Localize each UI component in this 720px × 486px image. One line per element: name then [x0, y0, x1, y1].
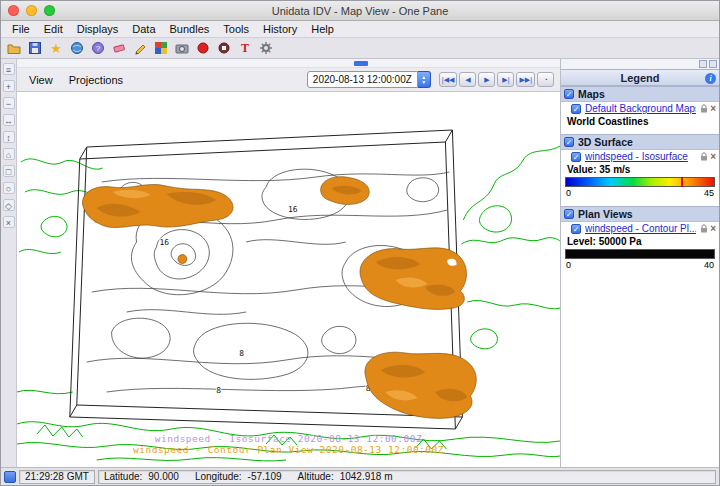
- menu-history[interactable]: History: [256, 23, 304, 35]
- step-down-icon: ▼: [421, 80, 426, 85]
- menu-projections[interactable]: Projections: [61, 74, 131, 86]
- isosurface-layer: [82, 177, 476, 419]
- time-selector[interactable]: 2020-08-13 12:00:00Z: [307, 71, 418, 88]
- menu-file[interactable]: File: [5, 23, 37, 35]
- rotate-view-icon[interactable]: ○: [3, 182, 15, 194]
- snapshot-camera-icon[interactable]: [174, 40, 190, 56]
- play-button[interactable]: ▶: [478, 72, 495, 87]
- progress-indicator: [354, 61, 368, 66]
- map-scene: 16 16 8 8 8: [17, 92, 560, 467]
- plan-views-checkbox[interactable]: ✓: [564, 209, 574, 219]
- open-bundle-icon[interactable]: [6, 40, 22, 56]
- perspective-view-icon[interactable]: ◇: [3, 199, 15, 211]
- scale-min: 0: [566, 260, 571, 270]
- contour-level-label: Level: 50000 Pa: [561, 235, 719, 248]
- preferences-gear-icon[interactable]: [258, 40, 274, 56]
- display-labels: windspeed - Isosurface 2020-08-13 12:00:…: [17, 433, 560, 455]
- toolbar: ★ ? T: [1, 38, 719, 59]
- isosurface-link[interactable]: windspeed - Isosurface: [585, 151, 688, 162]
- isosurface-colorbar[interactable]: [565, 177, 715, 187]
- view-toolbar-left: ≡ + − ↔ ↕ ⌂ □ ○ ◇ ×: [1, 59, 17, 467]
- lock-icon[interactable]: [700, 152, 708, 161]
- window-controls: [8, 5, 55, 16]
- last-frame-button[interactable]: ▶▶|: [516, 72, 535, 87]
- step-back-button[interactable]: ◀: [459, 72, 476, 87]
- legend-header: Legend i: [561, 69, 719, 86]
- zoom-window-button[interactable]: [44, 5, 55, 16]
- legend-title: Legend: [620, 72, 659, 84]
- remove-display-icon[interactable]: ×: [710, 104, 716, 114]
- dashboard-globe-icon[interactable]: [69, 40, 85, 56]
- menu-displays[interactable]: Displays: [70, 23, 126, 35]
- info-icon[interactable]: i: [705, 73, 716, 84]
- remove-display-icon[interactable]: ×: [710, 152, 716, 162]
- menu-help[interactable]: Help: [304, 23, 341, 35]
- remove-view-icon[interactable]: ×: [3, 216, 15, 228]
- text-note-icon[interactable]: T: [237, 40, 253, 56]
- step-forward-button[interactable]: ▶|: [497, 72, 514, 87]
- longitude-label: Longitude:: [195, 471, 242, 482]
- surface-checkbox[interactable]: ✓: [564, 137, 574, 147]
- float-legend-icon[interactable]: [699, 60, 707, 68]
- legend-row-contour-plan: ✓ windspeed - Contour Pl... ×: [561, 222, 719, 235]
- titlebar: Unidata IDV - Map View - One Pane: [1, 1, 719, 21]
- save-bundle-icon[interactable]: [27, 40, 43, 56]
- isosurface-scale: 0 45: [561, 188, 719, 200]
- select-tool-icon[interactable]: ≡: [3, 63, 15, 75]
- menu-bundles[interactable]: Bundles: [163, 23, 217, 35]
- pan-vertical-icon[interactable]: ↕: [3, 131, 15, 143]
- view-menu-row: View Projections 2020-08-13 12:00:00Z ▲▼…: [17, 68, 560, 92]
- home-view-icon[interactable]: ⌂: [3, 148, 15, 160]
- minimize-window-button[interactable]: [26, 5, 37, 16]
- menu-edit[interactable]: Edit: [37, 23, 70, 35]
- colorbar-value-marker: [681, 177, 683, 187]
- remove-display-icon[interactable]: ×: [710, 224, 716, 234]
- zoom-out-icon[interactable]: −: [3, 97, 15, 109]
- close-window-button[interactable]: [8, 5, 19, 16]
- latitude-value: 90.000: [148, 471, 179, 482]
- isosurface-checkbox[interactable]: ✓: [571, 152, 581, 162]
- menu-view[interactable]: View: [21, 74, 61, 86]
- animation-properties-button[interactable]: ◔: [537, 72, 554, 87]
- contour-label: 16: [159, 238, 169, 247]
- background-maps-link[interactable]: Default Background Maps: [585, 103, 696, 114]
- longitude-value: -57.109: [248, 471, 282, 482]
- maps-section-label: Maps: [578, 88, 605, 100]
- favorites-star-icon[interactable]: ★: [48, 40, 64, 56]
- map-canvas[interactable]: 16 16 8 8 8: [17, 92, 560, 467]
- background-maps-checkbox[interactable]: ✓: [571, 104, 581, 114]
- main-area: ≡ + − ↔ ↕ ⌂ □ ○ ◇ × View Projections 202…: [1, 59, 719, 467]
- svg-text:?: ?: [96, 44, 101, 53]
- contour-plan-link[interactable]: windspeed - Contour Pl...: [585, 223, 696, 234]
- lock-icon[interactable]: [700, 224, 708, 233]
- contour-colorbar[interactable]: [565, 249, 715, 259]
- draw-pencil-icon[interactable]: [132, 40, 148, 56]
- maps-checkbox[interactable]: ✓: [564, 89, 574, 99]
- record-movie-icon[interactable]: [195, 40, 211, 56]
- app-window: Unidata IDV - Map View - One Pane File E…: [0, 0, 720, 486]
- erase-displays-icon[interactable]: [111, 40, 127, 56]
- progress-status-icon: [4, 471, 16, 483]
- box-view-icon[interactable]: □: [3, 165, 15, 177]
- contour-plan-checkbox[interactable]: ✓: [571, 224, 581, 234]
- help-icon[interactable]: ?: [90, 40, 106, 56]
- world-coastlines-label: World Coastlines: [561, 115, 719, 128]
- isosurface-display-label: windspeed - Isosurface 2020-08-13 12:00:…: [17, 433, 560, 444]
- plan-views-section-label: Plan Views: [578, 208, 633, 220]
- menu-data[interactable]: Data: [125, 23, 162, 35]
- hide-legend-icon[interactable]: [709, 60, 717, 68]
- statusbar: 21:29:28 GMT Latitude: 90.000 Longitude:…: [1, 467, 719, 485]
- stop-movie-icon[interactable]: [216, 40, 232, 56]
- time-stepper[interactable]: ▲▼: [418, 71, 431, 88]
- legend-buttons-row: [561, 59, 719, 69]
- lock-icon[interactable]: [700, 104, 708, 113]
- scale-min: 0: [566, 188, 571, 198]
- menu-tools[interactable]: Tools: [216, 23, 256, 35]
- first-frame-button[interactable]: |◀◀: [439, 72, 458, 87]
- zoom-in-icon[interactable]: +: [3, 80, 15, 92]
- contour-scale: 0 40: [561, 260, 719, 272]
- surface-section-label: 3D Surface: [578, 136, 633, 148]
- pan-horizontal-icon[interactable]: ↔: [3, 114, 15, 126]
- color-palette-icon[interactable]: [153, 40, 169, 56]
- contour-label: 16: [288, 205, 298, 214]
